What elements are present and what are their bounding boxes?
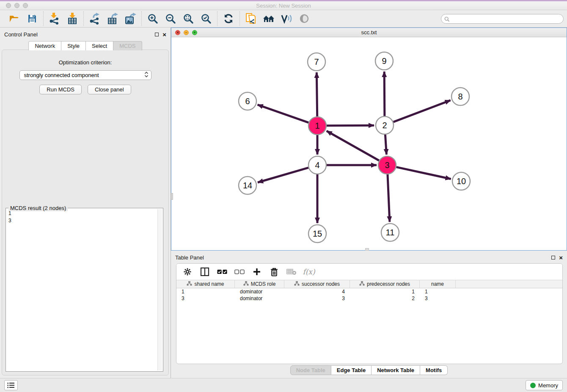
cell-MCDS-role[interactable]: dominator <box>235 288 284 295</box>
float-table-panel-icon[interactable] <box>551 256 555 259</box>
first-neighbors-icon[interactable] <box>262 12 275 25</box>
tab-style[interactable]: Style <box>61 41 86 50</box>
apply-layout-icon[interactable] <box>222 12 235 25</box>
edge-3-10[interactable] <box>396 167 451 179</box>
cell-name[interactable]: 1 <box>420 288 456 295</box>
open-session-icon[interactable] <box>8 12 21 25</box>
node-9[interactable]: 9 <box>375 52 393 70</box>
tab-network[interactable]: Network <box>28 41 61 50</box>
result-scrollbar[interactable] <box>157 209 162 370</box>
graph-edges[interactable] <box>258 72 451 223</box>
network-maximize-button[interactable]: + <box>192 30 197 35</box>
show-column-panel-icon[interactable] <box>200 267 210 277</box>
export-image-icon[interactable] <box>124 12 137 25</box>
node-10[interactable]: 10 <box>452 172 470 190</box>
close-panel-icon[interactable]: × <box>162 33 166 36</box>
zoom-out-icon[interactable] <box>164 12 177 25</box>
export-network-icon[interactable] <box>88 12 102 25</box>
deselect-all-columns-icon[interactable] <box>234 267 245 277</box>
cell-MCDS-role[interactable]: dominator <box>235 295 284 302</box>
edge-3-1[interactable] <box>327 131 379 160</box>
table-panel: Table Panel × <box>171 251 567 378</box>
close-panel-button[interactable]: Close panel <box>88 85 131 94</box>
table-options-icon[interactable] <box>182 267 193 277</box>
delete-columns-icon[interactable] <box>269 267 279 277</box>
mcds-result-box: MCDS result (2 nodes) 1 3 <box>6 208 163 372</box>
node-7[interactable]: 7 <box>308 53 325 71</box>
edge-2-9[interactable] <box>384 72 385 116</box>
close-window-button[interactable] <box>6 3 11 8</box>
node-1[interactable]: 1 <box>308 117 326 135</box>
cell-shared-name[interactable]: 3 <box>176 295 235 302</box>
tab-network-table[interactable]: Network Table <box>372 365 420 375</box>
node-4[interactable]: 4 <box>308 156 326 174</box>
network-canvas[interactable]: 7968124314101511 <box>171 37 567 250</box>
splitter-handle-left[interactable] <box>171 193 173 200</box>
run-mcds-button[interactable]: Run MCDS <box>39 85 82 94</box>
tab-motifs[interactable]: Motifs <box>420 365 448 375</box>
cell-successor-nodes[interactable]: 3 <box>284 295 350 302</box>
import-network-icon[interactable] <box>48 12 61 25</box>
maximize-window-button[interactable] <box>23 3 28 8</box>
function-builder-icon[interactable]: f(x) <box>304 267 314 277</box>
new-network-from-selection-icon[interactable] <box>244 12 258 25</box>
column-header-MCDS-role[interactable]: MCDS role <box>235 280 284 288</box>
import-table-icon[interactable] <box>66 12 79 25</box>
hide-graphics-details-icon[interactable] <box>280 12 293 25</box>
float-panel-icon[interactable] <box>155 33 159 36</box>
network-window-titlebar[interactable]: ✕ − + scc.txt <box>171 28 567 37</box>
node-11[interactable]: 11 <box>381 224 399 241</box>
edge-4-14[interactable] <box>258 168 308 182</box>
export-table-icon[interactable] <box>106 12 119 25</box>
edge-3-11[interactable] <box>388 174 390 222</box>
tab-select[interactable]: Select <box>86 41 113 50</box>
table-row[interactable]: 3dominator323 <box>176 295 562 302</box>
optimization-criterion-label: Optimization criterion: <box>2 59 168 66</box>
node-8[interactable]: 8 <box>451 88 469 105</box>
search-input[interactable] <box>441 14 564 24</box>
column-header-name[interactable]: name <box>420 280 456 288</box>
network-close-button[interactable]: ✕ <box>175 30 180 35</box>
cell-predecessor-nodes[interactable]: 2 <box>350 295 420 302</box>
cell-name[interactable]: 3 <box>420 295 456 302</box>
memory-button[interactable]: Memory <box>526 380 563 390</box>
table-row[interactable]: 1dominator411 <box>176 288 562 295</box>
node-2[interactable]: 2 <box>376 116 394 134</box>
tab-node-table[interactable]: Node Table <box>290 365 331 375</box>
criterion-dropdown[interactable]: strongly connected component <box>19 70 151 80</box>
mcds-result-text[interactable]: 1 3 <box>7 209 157 370</box>
edge-2-3[interactable] <box>385 135 386 155</box>
column-header-predecessor-nodes[interactable]: predecessor nodes <box>350 280 420 288</box>
column-header-successor-nodes[interactable]: successor nodes <box>284 280 350 288</box>
save-session-icon[interactable] <box>25 12 39 25</box>
zoom-fit-icon[interactable] <box>182 12 195 25</box>
network-minimize-button[interactable]: − <box>184 30 189 35</box>
status-bar: Memory <box>0 378 567 392</box>
create-column-icon[interactable] <box>252 267 262 277</box>
node-14[interactable]: 14 <box>239 177 256 194</box>
select-all-columns-icon[interactable] <box>217 267 227 277</box>
minimize-window-button[interactable] <box>14 3 19 8</box>
network-view-window: ✕ − + scc.txt 7968124314101511 <box>171 28 567 251</box>
show-task-history-button[interactable] <box>4 380 18 390</box>
cell-shared-name[interactable]: 1 <box>176 288 235 295</box>
node-6[interactable]: 6 <box>239 92 256 110</box>
close-table-panel-icon[interactable]: × <box>559 256 563 259</box>
cell-predecessor-nodes[interactable]: 1 <box>350 288 420 295</box>
node-15[interactable]: 15 <box>308 225 326 243</box>
tab-edge-table[interactable]: Edge Table <box>331 365 372 375</box>
edge-1-2[interactable] <box>327 125 374 126</box>
zoom-in-icon[interactable] <box>146 12 160 25</box>
column-header-shared-name[interactable]: shared name <box>176 280 235 288</box>
zoom-selected-icon[interactable] <box>199 12 213 25</box>
edge-1-7[interactable] <box>317 72 317 116</box>
cell-successor-nodes[interactable]: 4 <box>284 288 350 295</box>
delete-table-icon[interactable] <box>286 267 297 277</box>
edge-2-8[interactable] <box>394 100 451 122</box>
birdseye-view-icon[interactable] <box>297 12 311 25</box>
tab-mcds[interactable]: MCDS <box>113 41 142 50</box>
svg-text:9: 9 <box>382 56 386 66</box>
node-3[interactable]: 3 <box>378 156 396 174</box>
edge-1-6[interactable] <box>258 105 309 122</box>
search-icon <box>444 16 450 24</box>
